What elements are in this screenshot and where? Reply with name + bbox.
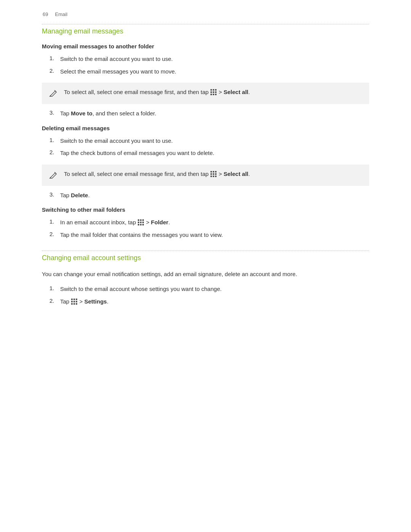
- step-number: 1.: [49, 55, 60, 61]
- list-item: 1. In an email account inbox, tap: [42, 218, 369, 227]
- menu-grid-icon: [71, 298, 78, 305]
- step-number: 3.: [49, 191, 60, 198]
- step-text: Tap the check buttons of email messages …: [60, 149, 214, 158]
- svg-rect-23: [142, 222, 144, 223]
- section-managing-email: Managing email messages Moving email mes…: [42, 27, 369, 239]
- svg-rect-0: [210, 89, 212, 91]
- svg-rect-12: [210, 173, 212, 175]
- step-text: Switch to the email account you want to …: [60, 55, 173, 64]
- svg-rect-31: [73, 301, 75, 302]
- list-item: 1. Switch to the email account you want …: [42, 55, 369, 64]
- mid-divider: [42, 251, 369, 251]
- step-text: Tap Move to, and then select a folder.: [60, 109, 156, 118]
- step-text: Select the email messages you want to mo…: [60, 67, 176, 76]
- note-box-moving: To select all, select one email message …: [42, 83, 369, 104]
- settings-bold: Settings: [84, 298, 107, 305]
- step-text: Tap Delete.: [60, 191, 90, 200]
- note-box-deleting: To select all, select one email message …: [42, 165, 369, 186]
- svg-rect-16: [213, 176, 214, 177]
- page-category: Email: [55, 11, 68, 17]
- page-header: 69 Email: [42, 11, 369, 17]
- svg-rect-17: [215, 176, 217, 177]
- svg-rect-26: [142, 224, 144, 225]
- svg-rect-28: [73, 299, 75, 300]
- steps-list-moving-extra: 3. Tap Move to, and then select a folder…: [42, 109, 369, 118]
- page-number: 69: [43, 11, 48, 17]
- select-all-bold: Select all: [223, 89, 248, 95]
- step-number: 1.: [49, 137, 60, 143]
- svg-rect-5: [215, 91, 217, 93]
- svg-rect-33: [71, 303, 73, 305]
- subsection-moving: Moving email messages to another folder …: [42, 43, 369, 118]
- step-number: 2.: [49, 149, 60, 155]
- svg-rect-27: [71, 299, 73, 300]
- svg-rect-29: [76, 299, 77, 300]
- list-item: 2. Tap the check buttons of email messag…: [42, 149, 369, 158]
- svg-rect-35: [76, 303, 77, 305]
- steps-list-moving: 1. Switch to the email account you want …: [42, 55, 369, 76]
- step-number: 2.: [49, 297, 60, 304]
- step-text: Tap the mail folder that contains the me…: [60, 231, 223, 240]
- pencil-icon: [48, 88, 59, 99]
- svg-rect-14: [215, 173, 217, 175]
- step-number: 1.: [49, 218, 60, 225]
- menu-grid-icon: [137, 219, 144, 226]
- subsection-title-deleting: Deleting email messages: [42, 125, 369, 131]
- subsection-title-switching: Switching to other mail folders: [42, 206, 369, 213]
- svg-rect-19: [140, 219, 142, 221]
- note-text-deleting: To select all, select one email message …: [64, 170, 250, 179]
- svg-rect-22: [140, 222, 142, 223]
- section-title-managing: Managing email messages: [42, 27, 369, 35]
- svg-rect-8: [215, 94, 217, 95]
- svg-rect-1: [213, 89, 214, 91]
- svg-rect-20: [142, 219, 144, 221]
- svg-rect-34: [73, 303, 75, 305]
- folder-bold: Folder: [151, 219, 169, 225]
- svg-rect-13: [213, 173, 214, 175]
- list-item: 1. Switch to the email account whose set…: [42, 285, 369, 294]
- list-item: 1. Switch to the email account you want …: [42, 137, 369, 145]
- svg-rect-6: [210, 94, 212, 95]
- svg-rect-15: [210, 176, 212, 177]
- top-divider: [42, 24, 369, 24]
- svg-rect-21: [138, 222, 139, 223]
- step-number: 2.: [49, 231, 60, 237]
- step-text: Tap > Settings.: [60, 297, 108, 306]
- svg-rect-10: [213, 171, 214, 173]
- svg-rect-2: [215, 89, 217, 91]
- svg-rect-7: [213, 94, 214, 95]
- subsection-switching: Switching to other mail folders 1. In an…: [42, 206, 369, 239]
- steps-list-deleting: 1. Switch to the email account you want …: [42, 137, 369, 158]
- svg-rect-30: [71, 301, 73, 302]
- svg-rect-25: [140, 224, 142, 225]
- page-container: 69 Email Managing email messages Moving …: [42, 0, 369, 339]
- step-text: Switch to the email account you want to …: [60, 137, 173, 145]
- step-text: Switch to the email account whose settin…: [60, 285, 221, 294]
- svg-rect-3: [210, 91, 212, 93]
- section-changing-settings: Changing email account settings You can …: [42, 254, 369, 306]
- subsection-deleting: Deleting email messages 1. Switch to the…: [42, 125, 369, 200]
- pencil-icon: [48, 170, 59, 181]
- step-number: 3.: [49, 109, 60, 116]
- svg-rect-11: [215, 171, 217, 173]
- steps-list-switching: 1. In an email account inbox, tap: [42, 218, 369, 239]
- svg-rect-18: [138, 219, 139, 221]
- list-item: 3. Tap Delete.: [42, 191, 369, 200]
- svg-rect-32: [76, 301, 77, 302]
- select-all-bold: Select all: [223, 171, 248, 177]
- list-item: 2. Tap > Settings.: [42, 297, 369, 306]
- step-number: 1.: [49, 285, 60, 291]
- section-body-text: You can change your email notification s…: [42, 270, 369, 279]
- list-item: 3. Tap Move to, and then select a folder…: [42, 109, 369, 118]
- moveto-bold: Move to: [71, 110, 92, 117]
- svg-rect-4: [213, 91, 214, 93]
- note-text-moving: To select all, select one email message …: [64, 88, 250, 97]
- menu-grid-icon: [210, 171, 217, 177]
- steps-list-settings: 1. Switch to the email account whose set…: [42, 285, 369, 306]
- step-text: In an email account inbox, tap: [60, 218, 170, 227]
- list-item: 2. Tap the mail folder that contains the…: [42, 231, 369, 240]
- subsection-title-moving: Moving email messages to another folder: [42, 43, 369, 50]
- steps-list-deleting-extra: 3. Tap Delete.: [42, 191, 369, 200]
- section-title-changing: Changing email account settings: [42, 254, 369, 262]
- step-number: 2.: [49, 67, 60, 74]
